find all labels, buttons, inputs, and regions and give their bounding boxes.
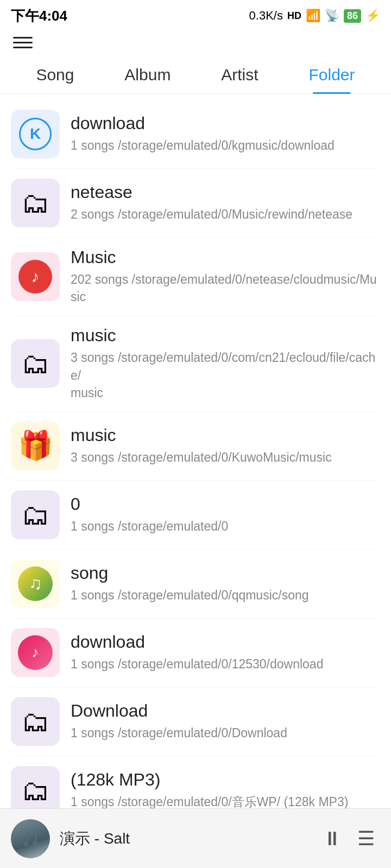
folder-icon-folder: 🗂 <box>11 490 60 539</box>
list-item[interactable]: 🎁 music 3 songs /storage/emulated/0/Kuwo… <box>11 412 380 481</box>
kg-logo: K <box>19 118 52 150</box>
tab-album[interactable]: Album <box>116 61 179 94</box>
playlist-button[interactable]: ☰ <box>357 827 375 850</box>
folder-meta: 202 songs /storage/emulated/0/netease/cl… <box>71 271 380 305</box>
status-time: 下午4:04 <box>11 7 67 25</box>
top-nav <box>0 30 391 53</box>
folder-info: Music 202 songs /storage/emulated/0/nete… <box>71 247 380 305</box>
list-item[interactable]: 🗂 0 1 songs /storage/emulated/0 <box>11 481 380 550</box>
folder-icon-music-app: ♪ <box>11 628 60 677</box>
bolt-icon: ⚡ <box>365 9 380 23</box>
folder-name: 0 <box>71 494 380 514</box>
folder-info: 0 1 songs /storage/emulated/0 <box>71 494 380 535</box>
folder-meta: 2 songs /storage/emulated/0/Music/rewind… <box>71 206 380 223</box>
music-app-logo: ♪ <box>18 635 53 670</box>
folder-meta: 1 songs /storage/emulated/0/12530/downlo… <box>71 655 380 673</box>
folder-icon-folder: 🗂 <box>11 178 60 227</box>
album-art-thumbnail: 🎵 <box>11 819 50 858</box>
list-item[interactable]: 🗂 music 3 songs /storage/emulated/0/com/… <box>11 316 380 412</box>
wifi-icon: 📡 <box>325 9 339 23</box>
status-right: 0.3K/s HD 📶 📡 86 ⚡ <box>249 9 380 23</box>
folder-info: netease 2 songs /storage/emulated/0/Musi… <box>71 182 380 223</box>
folder-meta: 1 songs /storage/emulated/0/qqmusic/song <box>71 586 380 604</box>
folder-list: K download 1 songs /storage/emulated/0/k… <box>0 100 391 825</box>
folder-symbol-icon: 🗂 <box>21 705 49 738</box>
folder-info: Download 1 songs /storage/emulated/0/Dow… <box>71 701 380 742</box>
tab-song[interactable]: Song <box>27 61 83 94</box>
folder-icon-kg: K <box>11 110 60 158</box>
folder-icon-qq: ♫ <box>11 559 60 608</box>
folder-info: music 3 songs /storage/emulated/0/com/cn… <box>71 326 380 401</box>
folder-info: download 1 songs /storage/emulated/0/kgm… <box>71 113 380 154</box>
list-item[interactable]: ♪ download 1 songs /storage/emulated/0/1… <box>11 618 380 687</box>
playback-controls: ⏸ ☰ <box>323 827 375 850</box>
tab-artist[interactable]: Artist <box>212 61 267 94</box>
folder-info: (128k MP3) 1 songs /storage/emulated/0/音… <box>71 770 380 810</box>
folder-name: (128k MP3) <box>71 770 380 790</box>
folder-symbol-icon: 🗂 <box>21 774 49 807</box>
folder-meta: 3 songs /storage/emulated/0/com/cn21/ecl… <box>71 349 380 401</box>
folder-icon-folder: 🗂 <box>11 766 60 815</box>
status-bar: 下午4:04 0.3K/s HD 📶 📡 86 ⚡ <box>0 0 391 30</box>
folder-info: download 1 songs /storage/emulated/0/125… <box>71 632 380 673</box>
folder-icon-kuwo: 🎁 <box>11 422 60 470</box>
folder-name: music <box>71 326 380 346</box>
folder-meta: 1 songs /storage/emulated/0/Download <box>71 724 380 742</box>
folder-symbol-icon: 🗂 <box>21 187 49 219</box>
status-speed: 0.3K/s <box>249 9 283 23</box>
folder-meta: 1 songs /storage/emulated/0/kgmusic/down… <box>71 137 380 154</box>
signal-icon: 📶 <box>306 9 320 23</box>
folder-icon-folder: 🗂 <box>11 697 60 746</box>
folder-name: Download <box>71 701 380 721</box>
pause-button[interactable]: ⏸ <box>323 827 342 850</box>
folder-name: song <box>71 563 380 583</box>
folder-icon-netease: ♪ <box>11 252 60 301</box>
folder-name: netease <box>71 182 380 202</box>
status-hd: HD <box>287 10 301 22</box>
folder-name: download <box>71 113 380 133</box>
now-playing-info: 演示 - Salt <box>60 828 323 849</box>
folder-info: music 3 songs /storage/emulated/0/KuwoMu… <box>71 425 380 466</box>
battery-indicator: 86 <box>344 9 361 23</box>
folder-icon-folder: 🗂 <box>11 339 60 388</box>
list-item[interactable]: ♫ song 1 songs /storage/emulated/0/qqmus… <box>11 550 380 618</box>
folder-info: song 1 songs /storage/emulated/0/qqmusic… <box>71 563 380 604</box>
now-playing-title: 演示 - Salt <box>60 828 323 849</box>
folder-name: music <box>71 425 380 445</box>
now-playing-bar: 🎵 演示 - Salt ⏸ ☰ <box>0 808 391 868</box>
list-item[interactable]: 🗂 netease 2 songs /storage/emulated/0/Mu… <box>11 169 380 238</box>
folder-symbol-icon: 🗂 <box>21 499 49 531</box>
folder-name: Music <box>71 247 380 267</box>
album-art-image: 🎵 <box>11 819 50 858</box>
folder-meta: 1 songs /storage/emulated/0 <box>71 518 380 535</box>
folder-symbol-icon: 🗂 <box>21 347 49 380</box>
list-item[interactable]: ♪ Music 202 songs /storage/emulated/0/ne… <box>11 238 380 316</box>
qq-music-logo: ♫ <box>18 566 53 601</box>
folder-name: download <box>71 632 380 652</box>
tab-bar: Song Album Artist Folder <box>0 53 391 94</box>
netease-logo: ♪ <box>18 260 52 293</box>
list-item[interactable]: K download 1 songs /storage/emulated/0/k… <box>11 100 380 169</box>
kuwo-logo: 🎁 <box>18 429 53 462</box>
folder-meta: 3 songs /storage/emulated/0/KuwoMusic/mu… <box>71 449 380 466</box>
hamburger-menu[interactable] <box>13 37 33 48</box>
tab-folder[interactable]: Folder <box>300 61 363 94</box>
list-item[interactable]: 🗂 Download 1 songs /storage/emulated/0/D… <box>11 687 380 756</box>
